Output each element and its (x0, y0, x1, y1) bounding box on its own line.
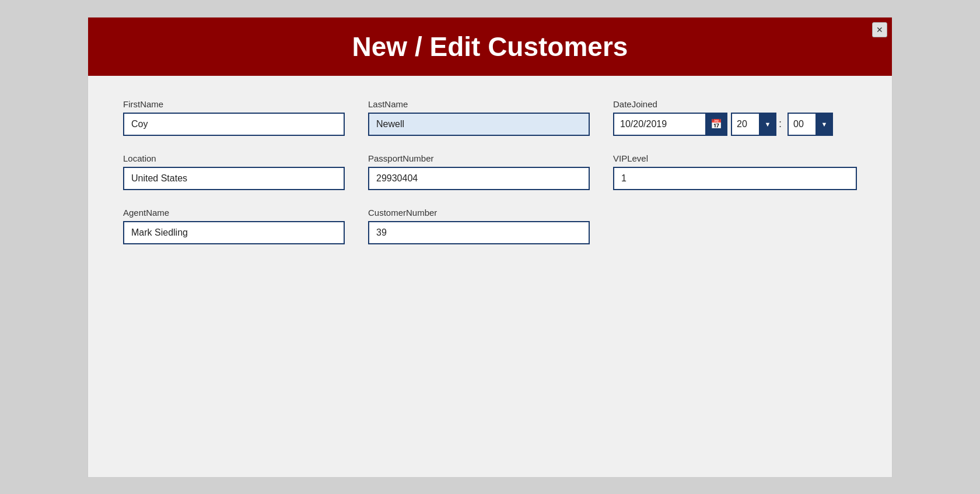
location-label: Location (123, 153, 345, 163)
lastname-label: LastName (368, 99, 590, 109)
form-row-2: Location PassportNumber VIPLevel (123, 153, 857, 190)
agentname-input[interactable] (123, 221, 345, 244)
time-colon: : (779, 118, 782, 130)
minute-select-container: 00 ▼ (788, 113, 833, 136)
form-area: FirstName LastName DateJoined 📅 20 ▼ (88, 76, 892, 285)
passportnumber-group: PassportNumber (368, 153, 590, 190)
viplevel-input[interactable] (613, 167, 857, 190)
main-window: ✕ New / Edit Customers FirstName LastNam… (88, 17, 892, 478)
page-title: New / Edit Customers (352, 31, 628, 62)
header: New / Edit Customers (88, 17, 892, 76)
customernumber-label: CustomerNumber (368, 208, 590, 218)
minute-dropdown-arrow[interactable]: ▼ (817, 113, 833, 136)
location-input[interactable] (123, 167, 345, 190)
firstname-input[interactable] (123, 113, 345, 136)
location-group: Location (123, 153, 345, 190)
datejoined-group: DateJoined 📅 20 ▼ : 00 ▼ (613, 99, 857, 136)
datejoined-label: DateJoined (613, 99, 857, 109)
firstname-label: FirstName (123, 99, 345, 109)
customernumber-input[interactable] (368, 221, 590, 244)
calendar-icon: 📅 (710, 118, 722, 129)
agentname-label: AgentName (123, 208, 345, 218)
minute-value: 00 (788, 113, 817, 136)
agentname-group: AgentName (123, 208, 345, 244)
form-row-1: FirstName LastName DateJoined 📅 20 ▼ (123, 99, 857, 136)
lastname-group: LastName (368, 99, 590, 136)
form-row-3: AgentName CustomerNumber (123, 208, 857, 244)
customernumber-group: CustomerNumber (368, 208, 590, 244)
viplevel-label: VIPLevel (613, 153, 857, 163)
passportnumber-label: PassportNumber (368, 153, 590, 163)
date-input[interactable] (613, 113, 706, 136)
hour-dropdown-arrow[interactable]: ▼ (760, 113, 776, 136)
firstname-group: FirstName (123, 99, 345, 136)
lastname-input[interactable] (368, 113, 590, 136)
calendar-button[interactable]: 📅 (706, 113, 727, 136)
viplevel-group: VIPLevel (613, 153, 857, 190)
datetime-container: 📅 20 ▼ : 00 ▼ (613, 113, 857, 136)
close-button[interactable]: ✕ (872, 22, 887, 37)
hour-select-container: 20 ▼ (731, 113, 776, 136)
hour-value: 20 (731, 113, 760, 136)
passportnumber-input[interactable] (368, 167, 590, 190)
